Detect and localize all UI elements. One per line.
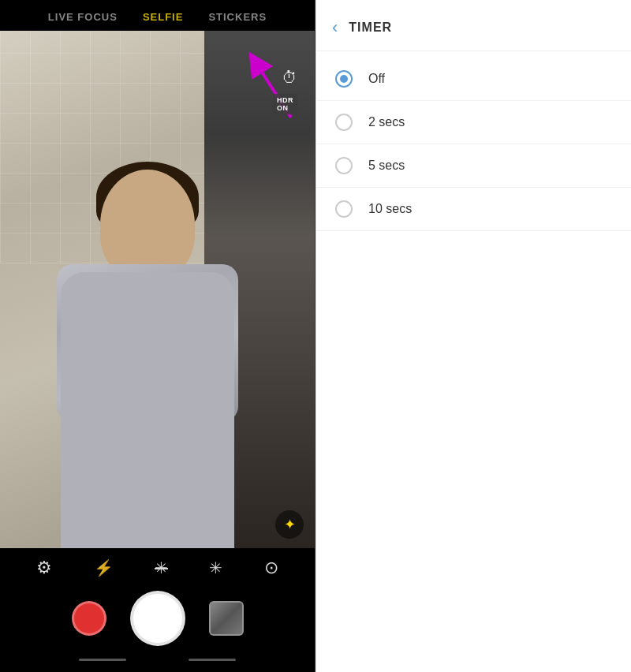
- timer-option-2secs[interactable]: 2 secs: [316, 101, 631, 144]
- timer-options-list: Off 2 secs 5 secs 10 secs: [316, 51, 631, 672]
- back-button[interactable]: ‹: [332, 17, 338, 38]
- timer-title: TIMER: [349, 21, 392, 35]
- camera-controls: ⚙ ⚡ ✳ ✳ ⊙: [0, 548, 315, 672]
- person-body: [61, 272, 234, 548]
- camera-nav-bar: LIVE FOCUS SELFIE STICKERS: [0, 0, 315, 31]
- radio-off[interactable]: [335, 70, 353, 88]
- indicator-line-left: [79, 659, 126, 661]
- nav-live-focus[interactable]: LIVE FOCUS: [48, 11, 118, 23]
- timer-header: ‹ TIMER: [316, 0, 631, 51]
- shutter-row: [0, 591, 315, 654]
- sparkle-button[interactable]: ✦: [275, 510, 304, 539]
- shutter-button[interactable]: [130, 591, 185, 646]
- timer-icon-overlay: ⏱: [282, 69, 297, 87]
- timer-option-10secs[interactable]: 10 secs: [316, 188, 631, 231]
- flash-icon[interactable]: ⚡: [94, 558, 114, 577]
- timer-option-off[interactable]: Off: [316, 58, 631, 101]
- radio-2secs[interactable]: [335, 114, 353, 131]
- camera-flip-icon[interactable]: ⊙: [264, 558, 278, 578]
- subject-person: [45, 170, 250, 548]
- nav-selfie[interactable]: SELFIE: [143, 11, 184, 23]
- timer-off-label: Off: [368, 72, 385, 86]
- nav-stickers[interactable]: STICKERS: [208, 11, 267, 23]
- timer-option-5secs[interactable]: 5 secs: [316, 144, 631, 188]
- indicator-lines: [0, 654, 315, 667]
- flash-off-icon[interactable]: ✳: [155, 558, 168, 577]
- brightness-icon[interactable]: ✳: [209, 558, 222, 577]
- hdr-badge: HDRON: [273, 94, 297, 114]
- person-head: [100, 170, 195, 280]
- timer-panel: ‹ TIMER Off 2 secs 5 secs 10 secs: [316, 0, 631, 672]
- camera-icons-row: ⚙ ⚡ ✳ ✳ ⊙: [0, 558, 315, 578]
- radio-5secs[interactable]: [335, 157, 353, 174]
- indicator-line-right: [189, 659, 236, 661]
- record-button[interactable]: [72, 601, 106, 636]
- camera-panel: LIVE FOCUS SELFIE STICKERS ⏱ HDRON: [0, 0, 316, 672]
- timer-5secs-label: 5 secs: [368, 159, 405, 173]
- timer-2secs-label: 2 secs: [368, 115, 405, 129]
- settings-icon[interactable]: ⚙: [36, 558, 52, 578]
- gallery-thumbnail[interactable]: [209, 601, 244, 636]
- camera-viewfinder: ⏱ HDRON ✦: [0, 31, 315, 548]
- timer-10secs-label: 10 secs: [368, 202, 412, 216]
- gallery-thumb-image: [211, 603, 242, 634]
- radio-10secs[interactable]: [335, 200, 353, 218]
